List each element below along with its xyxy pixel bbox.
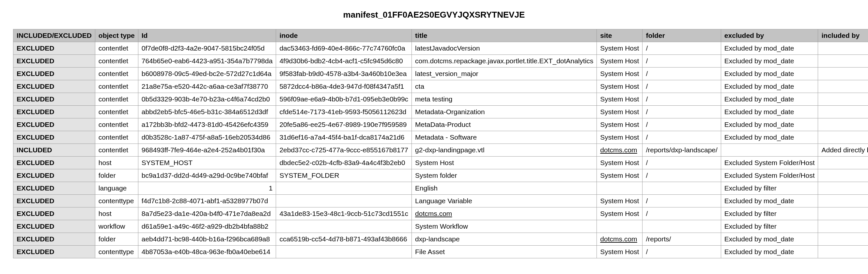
cell-title: latest_version_major (412, 67, 597, 80)
cell-id: 8a7d5e23-da1e-420a-b4f0-471e7da8ea2d (138, 208, 276, 220)
cell-title: Language Variable (412, 195, 597, 208)
column-header: Id (138, 29, 276, 42)
cell-excluded-by: Excluded by mod_date (721, 131, 818, 144)
cell-title: meta testing (412, 93, 597, 106)
cell-inode: 596f09ae-e6a9-4b0b-b7d1-095eb3e0b99c (276, 93, 412, 106)
cell-excluded-by: Excluded by mod_date (721, 42, 818, 55)
cell-site: System Host (597, 131, 643, 144)
cell-object-type: host (95, 157, 138, 169)
cell-included-by (818, 208, 868, 220)
cell-site (597, 220, 643, 233)
cell-status: EXCLUDED (13, 157, 95, 169)
cell-title: cta (412, 80, 597, 93)
cell-included-by (818, 67, 868, 80)
column-header: site (597, 29, 643, 42)
table-row: EXCLUDEDhost8a7d5e23-da1e-420a-b4f0-471e… (13, 208, 868, 220)
column-header: excluded by (721, 29, 818, 42)
cell-included-by (818, 169, 868, 182)
cell-title: System folder (412, 169, 597, 182)
cell-excluded-by: Excluded System Folder/Host (721, 157, 818, 169)
cell-folder: / (643, 246, 721, 258)
cell-site (597, 182, 643, 195)
table-row: EXCLUDEDlanguage1EnglishExcluded by filt… (13, 182, 868, 195)
cell-excluded-by: Excluded by filter (721, 182, 818, 195)
cell-id: d61a59e1-a49c-46f2-a929-db2b4bfa88b2 (138, 220, 276, 233)
cell-site-link[interactable]: dotcms.com (600, 235, 637, 243)
cell-id: aeb4dd71-bc98-440b-b16a-f296bca689a8 (138, 233, 276, 246)
cell-object-type: workflow (95, 220, 138, 233)
cell-excluded-by: Excluded by mod_date (721, 106, 818, 118)
cell-id: 968493ff-7fe9-464e-a2e4-252a4b01f30a (138, 144, 276, 157)
cell-title: English (412, 182, 597, 195)
cell-id: f4d7c1b8-2c88-4071-abf1-a5328977b07d (138, 195, 276, 208)
cell-id: 0f7de0f8-d2f3-4a2e-9047-5815bc24f05d (138, 42, 276, 55)
cell-inode: dbdec5e2-c02b-4cfb-83a9-4a4c4f3b2eb0 (276, 157, 412, 169)
cell-object-type: contentlet (95, 131, 138, 144)
cell-id: 0b5d3329-903b-4e70-b23a-c4f6a74cd2b0 (138, 93, 276, 106)
cell-status: EXCLUDED (13, 220, 95, 233)
cell-inode: cfde514e-7173-41eb-9593-f5056112623d (276, 106, 412, 118)
cell-included-by (818, 55, 868, 67)
table-row: EXCLUDEDcontentletb6008978-09c5-49ed-bc2… (13, 67, 868, 80)
column-header: folder (643, 29, 721, 42)
cell-site-link[interactable]: dotcms.com (600, 146, 637, 154)
cell-id: d0b3528c-1a87-475f-a8a5-16eb20534d86 (138, 131, 276, 144)
cell-included-by (818, 131, 868, 144)
cell-excluded-by: Excluded by mod_date (721, 93, 818, 106)
cell-inode: SYSTEM_FOLDER (276, 169, 412, 182)
cell-folder: / (643, 93, 721, 106)
cell-inode (276, 195, 412, 208)
cell-included-by (818, 182, 868, 195)
cell-folder (643, 220, 721, 233)
cell-site: System Host (597, 55, 643, 67)
cell-folder: / (643, 42, 721, 55)
cell-id: bc9a1d37-dd2d-4d49-a29d-0c9be740bfaf (138, 169, 276, 182)
cell-site: System Host (597, 195, 643, 208)
cell-status: EXCLUDED (13, 67, 95, 80)
cell-status: EXCLUDED (13, 246, 95, 258)
cell-included-by (818, 80, 868, 93)
cell-id: a172bb3b-bfd2-4473-81d0-45426efc4359 (138, 118, 276, 131)
cell-title[interactable]: dotcms.com (412, 208, 597, 220)
cell-folder: / (643, 195, 721, 208)
cell-folder: / (643, 169, 721, 182)
cell-status: EXCLUDED (13, 42, 95, 55)
cell-id: 21a8e75a-e520-442c-a6aa-ce3af7f38770 (138, 80, 276, 93)
cell-object-type: contenttype (95, 195, 138, 208)
cell-title: File Asset (412, 246, 597, 258)
cell-title: latestJavadocVersion (412, 42, 597, 55)
cell-included-by (818, 118, 868, 131)
cell-status: EXCLUDED (13, 93, 95, 106)
cell-excluded-by: Excluded by mod_date (721, 67, 818, 80)
cell-inode: cca6519b-cc54-4d78-b871-493af43b8666 (276, 233, 412, 246)
table-row: EXCLUDEDcontentlet0b5d3329-903b-4e70-b23… (13, 93, 868, 106)
page-title: manifest_01FF0AE2S0EGVYJQXSRYTNEVJE (13, 10, 855, 20)
cell-excluded-by: Excluded by mod_date (721, 233, 818, 246)
cell-status: INCLUDED (13, 144, 95, 157)
cell-status: EXCLUDED (13, 182, 95, 195)
cell-folder: /reports/ (643, 233, 721, 246)
cell-title: MetaData-Product (412, 118, 597, 131)
cell-object-type: contentlet (95, 67, 138, 80)
cell-site: System Host (597, 67, 643, 80)
cell-site: System Host (597, 118, 643, 131)
cell-included-by (818, 220, 868, 233)
cell-site[interactable]: dotcms.com (597, 233, 643, 246)
cell-folder: / (643, 67, 721, 80)
cell-site: System Host (597, 246, 643, 258)
cell-id: 764b65e0-eab6-4423-a951-354a7b7798da (138, 55, 276, 67)
cell-excluded-by: Excluded by filter (721, 220, 818, 233)
cell-title-link[interactable]: dotcms.com (415, 210, 452, 217)
cell-folder: / (643, 55, 721, 67)
cell-inode: dac53463-fd69-40e4-866c-77c74760fc0a (276, 42, 412, 55)
cell-title: System Host (412, 157, 597, 169)
table-row: EXCLUDEDcontentleta172bb3b-bfd2-4473-81d… (13, 118, 868, 131)
cell-status: EXCLUDED (13, 106, 95, 118)
cell-title: System Workflow (412, 220, 597, 233)
cell-site[interactable]: dotcms.com (597, 144, 643, 157)
cell-object-type: language (95, 182, 138, 195)
cell-status: EXCLUDED (13, 118, 95, 131)
cell-excluded-by: Excluded by mod_date (721, 246, 818, 258)
cell-title: dxp-landscape (412, 233, 597, 246)
cell-object-type: contentlet (95, 144, 138, 157)
